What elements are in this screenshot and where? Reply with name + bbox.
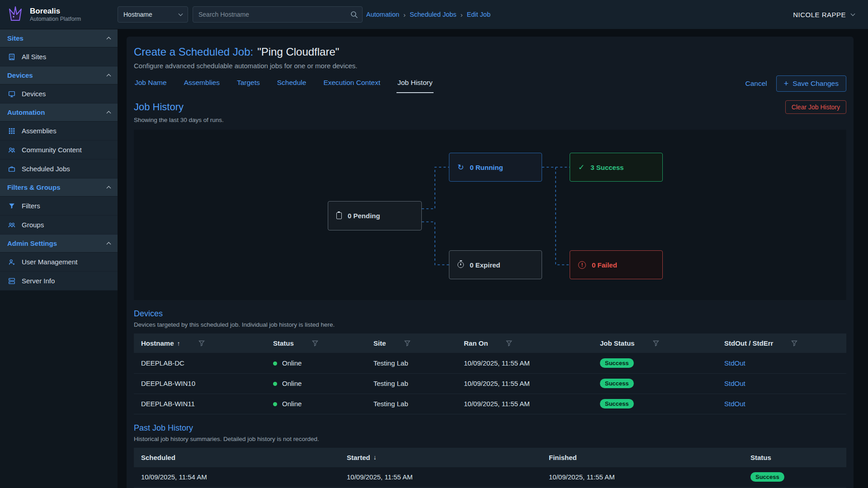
col-site[interactable]: Site	[366, 333, 457, 353]
running-label: 0 Running	[470, 164, 503, 171]
stdout-link[interactable]: StdOut	[724, 359, 745, 367]
chevron-up-icon	[107, 111, 111, 116]
sidebar-section-admin-settings[interactable]: Admin Settings	[0, 235, 118, 253]
sidebar-item-label: Filters	[22, 202, 40, 210]
refresh-icon: ↻	[458, 163, 464, 172]
sidebar-item-all-sites[interactable]: All Sites	[0, 47, 118, 66]
col-label: Scheduled	[141, 454, 175, 461]
pending-label: 0 Pending	[348, 212, 380, 220]
sidebar-item-label: Devices	[22, 90, 46, 98]
col-label: Job Status	[600, 339, 635, 347]
tab-schedule[interactable]: Schedule	[276, 74, 307, 93]
col-ran-on[interactable]: Ran On	[457, 333, 593, 353]
col-label: Site	[373, 339, 386, 347]
table-row: DEEPLAB-DC Online Testing Lab 10/09/2025…	[134, 353, 846, 373]
expired-node: 0 Expired	[449, 250, 542, 279]
clipboard-icon	[336, 212, 342, 219]
sidebar-item-label: User Management	[22, 258, 77, 266]
cell-status: Online	[266, 394, 366, 414]
col-started[interactable]: Started ↓	[340, 448, 542, 467]
page-subtitle: Configure advanced schedulable automatio…	[134, 62, 846, 70]
clear-job-history-button[interactable]: Clear Job History	[785, 100, 846, 114]
col-label: Ran On	[464, 339, 488, 347]
cell-job-status: Success	[593, 394, 717, 414]
breadcrumb: Automation › Scheduled Jobs › Edit Job	[366, 11, 491, 19]
sidebar-section-automation[interactable]: Automation	[0, 103, 118, 122]
cell-stdout: StdOut	[717, 394, 846, 414]
plus-icon: +	[784, 80, 789, 88]
col-status[interactable]: Status	[266, 333, 366, 353]
filter-icon	[8, 202, 16, 210]
section-label: Automation	[7, 108, 45, 116]
col-finished[interactable]: Finished	[542, 448, 743, 467]
job-history-caption: Showing the last 30 days of runs.	[134, 117, 846, 123]
cell-started: 10/09/2025, 11:55 AM	[340, 467, 542, 488]
sort-desc-icon: ↓	[373, 454, 377, 461]
success-label: 3 Success	[590, 164, 623, 171]
stopwatch-icon	[458, 262, 464, 268]
col-scheduled[interactable]: Scheduled	[134, 448, 340, 467]
breadcrumb-automation[interactable]: Automation	[366, 11, 399, 18]
sidebar-section-filters-groups[interactable]: Filters & Groups	[0, 178, 118, 197]
user-plus-icon	[8, 258, 16, 266]
tab-execution-context[interactable]: Execution Context	[322, 74, 381, 93]
table-row: DEEPLAB-WIN11 Online Testing Lab 10/09/2…	[134, 394, 846, 414]
user-menu[interactable]: NICOLE RAPPE	[793, 11, 854, 19]
expired-label: 0 Expired	[470, 261, 500, 269]
section-label: Devices	[7, 71, 33, 79]
failed-label: 0 Failed	[592, 261, 617, 269]
col-status[interactable]: Status	[743, 448, 846, 467]
devices-heading: Devices	[134, 309, 846, 319]
brand-subtitle: Automation Platform	[30, 16, 81, 22]
stdout-link[interactable]: StdOut	[724, 380, 745, 387]
sidebar-item-community-content[interactable]: Community Content	[0, 141, 118, 160]
past-history-caption: Historical job history summaries. Detail…	[134, 436, 846, 442]
tab-assemblies[interactable]: Assemblies	[183, 74, 221, 93]
filter-icon[interactable]	[791, 340, 797, 347]
cell-hostname: DEEPLAB-WIN11	[134, 394, 266, 414]
filter-icon[interactable]	[198, 340, 205, 347]
sidebar-item-groups[interactable]: Groups	[0, 216, 118, 235]
sidebar-item-server-info[interactable]: Server Info	[0, 272, 118, 291]
stdout-link[interactable]: StdOut	[724, 400, 745, 408]
briefcase-icon	[8, 165, 16, 173]
col-label: Hostname	[141, 339, 174, 347]
search-input[interactable]	[193, 6, 363, 23]
sidebar-item-filters[interactable]: Filters	[0, 197, 118, 216]
cell-scheduled: 10/09/2025, 11:54 AM	[134, 467, 340, 488]
filter-icon[interactable]	[312, 340, 318, 347]
cell-finished: 10/09/2025, 11:55 AM	[542, 467, 743, 488]
sidebar-item-scheduled-jobs[interactable]: Scheduled Jobs	[0, 160, 118, 178]
hostname-select[interactable]: Hostname	[118, 6, 188, 23]
sidebar-item-devices[interactable]: Devices	[0, 84, 118, 103]
cell-ran-on: 10/09/2025, 11:55 AM	[457, 353, 593, 373]
sidebar-section-sites[interactable]: Sites	[0, 29, 118, 47]
sidebar-item-user-management[interactable]: User Management	[0, 253, 118, 272]
search-icon[interactable]	[350, 10, 358, 19]
monitor-icon	[8, 90, 16, 98]
topbar: Borealis Automation Platform Hostname Au…	[0, 0, 868, 29]
job-flow-diagram: 0 Pending ↻ 0 Running ✓ 3 Success 0 Expi…	[134, 130, 846, 300]
breadcrumb-edit-job[interactable]: Edit Job	[467, 11, 491, 18]
col-job-status[interactable]: Job Status	[593, 333, 717, 353]
breadcrumb-scheduled-jobs[interactable]: Scheduled Jobs	[410, 11, 456, 18]
status-badge: Success	[750, 472, 784, 482]
tab-job-name[interactable]: Job Name	[134, 74, 168, 93]
sidebar-item-label: Scheduled Jobs	[22, 165, 70, 173]
cell-site: Testing Lab	[366, 373, 457, 394]
tab-job-history[interactable]: Job History	[396, 74, 434, 93]
status-badge: Success	[600, 358, 634, 368]
filter-icon[interactable]	[506, 340, 512, 347]
cancel-button[interactable]: Cancel	[745, 80, 767, 88]
filter-icon[interactable]	[404, 340, 410, 347]
status-badge: Success	[600, 399, 634, 408]
save-changes-button[interactable]: + Save Changes	[776, 75, 846, 92]
cell-stdout: StdOut	[717, 373, 846, 394]
sidebar-section-devices[interactable]: Devices	[0, 66, 118, 84]
sidebar-item-assemblies[interactable]: Assemblies	[0, 122, 118, 141]
filter-icon[interactable]	[653, 340, 659, 347]
tab-targets[interactable]: Targets	[236, 74, 261, 93]
col-hostname[interactable]: Hostname ↑	[134, 333, 266, 353]
col-stdout[interactable]: StdOut / StdErr	[717, 333, 846, 353]
cell-hostname: DEEPLAB-DC	[134, 353, 266, 373]
